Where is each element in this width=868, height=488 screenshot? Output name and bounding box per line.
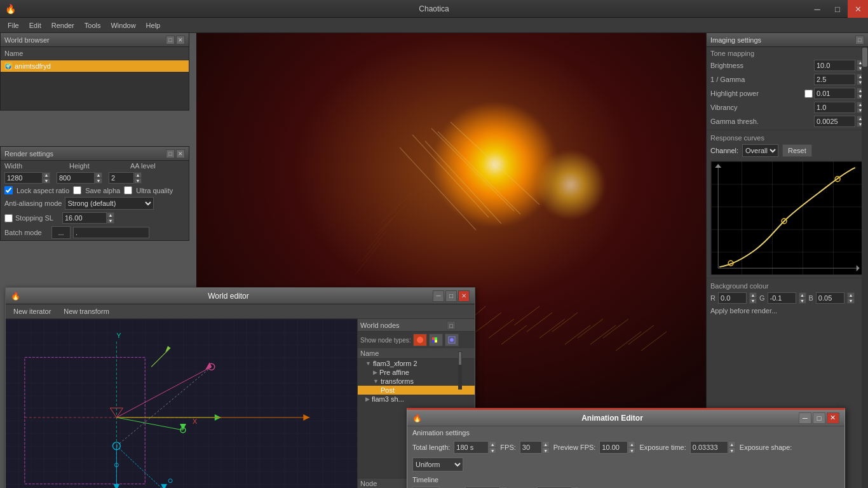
stopping-sl-input-group: ▲ ▼ <box>62 212 114 224</box>
stopping-sl-input[interactable] <box>62 212 107 224</box>
anim-editor-maximize[interactable]: □ <box>813 412 825 424</box>
exposure-time-group: ▲ ▼ <box>690 441 736 454</box>
height-input[interactable] <box>57 172 95 184</box>
world-browser-panel: World browser □ ✕ Name 🌍 animtsdfryd <box>0 33 189 111</box>
menu-help[interactable]: Help <box>141 20 166 30</box>
aa-down[interactable]: ▼ <box>134 178 142 184</box>
render-settings-close[interactable]: ✕ <box>176 149 185 158</box>
reset-curves-button[interactable]: Reset <box>782 144 812 157</box>
world-nodes-list-header: Name <box>358 348 475 359</box>
preview-fps-up[interactable]: ▲ <box>628 441 635 447</box>
highlight-power-checkbox[interactable] <box>804 90 813 98</box>
world-nodes-expand[interactable]: □ <box>447 321 456 330</box>
imaging-scroll-thumb[interactable] <box>862 48 867 67</box>
aa-up[interactable]: ▲ <box>134 172 142 178</box>
world-browser-pin[interactable]: □ <box>166 36 175 44</box>
preview-fps-down[interactable]: ▼ <box>628 447 635 454</box>
world-browser-item[interactable]: 🌍 animtsdfryd <box>1 60 189 72</box>
height-down[interactable]: ▼ <box>95 178 102 184</box>
batch-mode-input[interactable] <box>73 227 149 238</box>
channel-select[interactable]: Overall Red Green Blue <box>742 144 778 157</box>
bg-g-down[interactable]: ▼ <box>799 298 806 304</box>
stopping-sl-checkbox[interactable] <box>4 214 13 222</box>
world-editor-title: World editor <box>208 292 248 301</box>
world-editor-window: 🔥 World editor ─ □ ✕ New iterator New tr… <box>5 287 475 488</box>
menu-render[interactable]: Render <box>46 20 79 30</box>
imaging-scrollbar[interactable] <box>862 47 868 488</box>
fps-input[interactable] <box>520 441 542 454</box>
world-editor-close[interactable]: ✕ <box>458 290 470 302</box>
menu-window[interactable]: Window <box>105 20 140 30</box>
node-type-icon-1[interactable] <box>413 334 427 346</box>
menu-edit[interactable]: Edit <box>24 20 46 30</box>
batch-mode-button[interactable]: ... <box>51 226 71 239</box>
menu-file[interactable]: File <box>3 20 24 30</box>
bg-g-up[interactable]: ▲ <box>799 292 806 298</box>
gamma-input-group: ▲ ▼ <box>814 74 864 85</box>
new-transform-button[interactable]: New transform <box>60 306 113 316</box>
exposure-time-label: Exposure time: <box>639 444 686 451</box>
main-area: World browser □ ✕ Name 🌍 animtsdfryd Ren… <box>0 33 868 488</box>
svg-line-18 <box>628 325 654 344</box>
imaging-settings-pin[interactable]: □ <box>855 36 864 44</box>
brightness-input[interactable] <box>814 60 855 71</box>
anim-editor-close[interactable]: ✕ <box>827 412 839 424</box>
exposure-shape-select[interactable]: Uniform Gaussian Linear <box>412 458 463 471</box>
gamma-input[interactable] <box>814 74 855 85</box>
aa-mode-label: Anti-aliasing mode <box>4 200 62 207</box>
aa-mode-select[interactable]: Strong (default) <box>65 197 154 210</box>
maximize-button[interactable]: □ <box>827 0 848 18</box>
bg-b-up[interactable]: ▲ <box>847 292 855 298</box>
node-transforms[interactable]: ▼ transforms <box>358 377 475 386</box>
preview-fps-input[interactable] <box>599 441 628 454</box>
world-browser-close[interactable]: ✕ <box>176 36 185 44</box>
total-length-input[interactable] <box>454 441 489 454</box>
lock-aspect-checkbox[interactable] <box>4 186 13 194</box>
bg-b-input[interactable] <box>816 292 844 304</box>
world-editor-maximize[interactable]: □ <box>445 290 457 302</box>
stopping-sl-up[interactable]: ▲ <box>107 212 114 218</box>
fps-up[interactable]: ▲ <box>542 441 550 447</box>
render-settings-title: Render settings <box>4 150 53 158</box>
nodes-scrollbar[interactable] <box>458 351 462 390</box>
svg-rect-71 <box>435 340 437 342</box>
node-type-icon-3[interactable] <box>445 334 459 346</box>
node-flam3-xform2[interactable]: ▼ flam3_xform 2 <box>358 359 475 368</box>
exposure-time-input[interactable] <box>690 441 728 454</box>
height-up[interactable]: ▲ <box>95 172 102 178</box>
total-length-up[interactable]: ▲ <box>489 441 496 447</box>
render-settings-pin[interactable]: □ <box>166 149 175 158</box>
highlight-power-input[interactable] <box>814 88 855 99</box>
new-iterator-button[interactable]: New iterator <box>10 306 55 316</box>
world-editor-minimize[interactable]: ─ <box>433 290 444 302</box>
aa-input[interactable] <box>109 172 134 184</box>
nodes-scroll-thumb[interactable] <box>459 352 461 365</box>
menu-tools[interactable]: Tools <box>79 20 106 30</box>
stopping-sl-down[interactable]: ▼ <box>107 218 114 224</box>
bg-r-up[interactable]: ▲ <box>749 292 757 298</box>
gamma-thresh-input[interactable] <box>814 116 855 127</box>
width-up[interactable]: ▲ <box>43 172 50 178</box>
width-down[interactable]: ▼ <box>43 178 50 184</box>
bg-r-down[interactable]: ▼ <box>749 298 757 304</box>
close-button[interactable]: ✕ <box>848 0 868 18</box>
node-post[interactable]: Post <box>358 386 475 395</box>
save-alpha-checkbox[interactable] <box>73 186 81 194</box>
exposure-time-down[interactable]: ▼ <box>728 447 736 454</box>
bg-b-down[interactable]: ▼ <box>847 298 855 304</box>
total-length-down[interactable]: ▼ <box>489 447 496 454</box>
node-pre-affine[interactable]: ▶ Pre affine <box>358 368 475 377</box>
node-type-icon-2[interactable] <box>429 334 443 346</box>
anim-editor-minimize[interactable]: ─ <box>799 412 811 424</box>
minimize-button[interactable]: ─ <box>807 0 827 18</box>
fps-down[interactable]: ▼ <box>542 447 550 454</box>
node-flam3-sh[interactable]: ▶ flam3 sh... <box>358 395 475 403</box>
ultra-quality-checkbox[interactable] <box>124 186 132 194</box>
width-input[interactable] <box>4 172 43 184</box>
exposure-time-up[interactable]: ▲ <box>728 441 736 447</box>
vibrancy-input[interactable] <box>814 102 855 113</box>
svg-line-27 <box>374 205 406 236</box>
bg-r-input[interactable] <box>718 292 747 304</box>
bg-g-input[interactable] <box>768 292 796 304</box>
brightness-input-group: ▲ ▼ <box>814 60 864 71</box>
